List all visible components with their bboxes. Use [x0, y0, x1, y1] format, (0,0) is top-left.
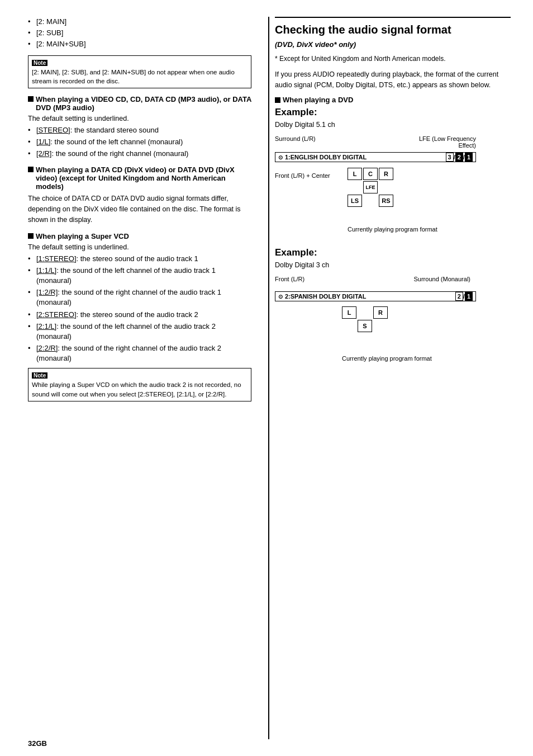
section1-bullet-0-underline: [STEREO] — [36, 126, 70, 134]
diag2-channel-empty — [358, 306, 372, 319]
section1-body: The default setting is underlined. — [28, 115, 251, 122]
section3-bullet-0: [1:STEREO]: the stereo sound of the audi… — [28, 254, 251, 264]
asterisk-note: * Except for United Kingdom and North Am… — [275, 54, 511, 64]
example1-title: Example: — [275, 107, 511, 118]
diagram1: Surround (L/R) LFE (Low Frequency Effect… — [275, 135, 476, 233]
channel-LFE: LFE — [363, 181, 378, 193]
note-box-1: Note [2: MAIN], [2: SUB], and [2: MAIN+S… — [28, 55, 251, 88]
channel-C: C — [363, 168, 378, 180]
right-title: Checking the audio signal format — [275, 22, 511, 37]
right-column: Checking the audio signal format (DVD, D… — [268, 17, 511, 739]
section1-bullet-2-underline: [2/R] — [36, 149, 51, 158]
section2-title: When playing a DATA CD (DivX video) or D… — [36, 166, 251, 191]
diag2-channel-grid: L R S — [342, 306, 388, 332]
top-divider — [275, 17, 511, 18]
front-label: Front (L/R) + Center — [275, 172, 330, 179]
section1-title-row: When playing a VIDEO CD, CD, DATA CD (MP… — [28, 95, 251, 112]
section1-bullet-2: [2/R]: the sound of the right channel (m… — [28, 149, 251, 159]
section3-bullet-4: [2:1/L]: the sound of the left channel o… — [28, 322, 251, 342]
page-number: 32GB — [28, 739, 47, 748]
diag2-display-text: 2:SPANISH DOLBY DIGITAL — [285, 293, 366, 300]
channel-empty3 — [363, 195, 378, 207]
diag2-channel-S: S — [358, 320, 372, 332]
example1-subtitle: Dolby Digital 5.1 ch — [275, 121, 511, 129]
diagram2: Front (L/R) Surround (Monaural) ⊙ 2:SPAN… — [275, 276, 476, 362]
section1-bullet-1: [1/L]: the sound of the left channel (mo… — [28, 137, 251, 147]
section3-body: The default setting is underlined. — [28, 243, 251, 251]
s3b2-ul: [1:2/R] — [36, 288, 58, 296]
diag1-channel-grid: L C R LFE LS RS — [348, 168, 393, 207]
diag2-channel-L: L — [342, 306, 356, 319]
when-playing-dvd-icon — [275, 97, 280, 103]
note-label-1: Note — [32, 60, 47, 66]
section3-bullet-3: [2:STEREO]: the stereo sound of the audi… — [28, 310, 251, 320]
s3b4-ul: [2:1/L] — [36, 322, 56, 330]
channel-LS: LS — [348, 195, 362, 207]
channel-RS: RS — [379, 195, 393, 207]
section3-bullet-1: [1:1/L]: the sound of the left channel o… — [28, 266, 251, 286]
diag2-numbers: 2/1 — [455, 293, 473, 300]
s3b0-ul: [1:STEREO] — [36, 254, 77, 263]
channel-R: R — [379, 168, 393, 180]
s3b5-ul: [2:2/R] — [36, 344, 58, 352]
diag1-display-box: ⊙ 1:ENGLISH DOLBY DIGITAL 3/2/1 — [275, 152, 476, 162]
s3b3-ul: [2:STEREO] — [36, 310, 77, 319]
when-playing-dvd-header: When playing a DVD — [275, 96, 511, 104]
body-text: If you press AUDIO repeatedly during pla… — [275, 69, 511, 91]
bullet-main: [2: MAIN] — [28, 17, 251, 27]
example2-subtitle: Dolby Digital 3 ch — [275, 261, 511, 269]
note-box-2: Note While playing a Super VCD on which … — [28, 368, 251, 401]
disc-icon-2: ⊙ — [278, 294, 283, 300]
section3-bullets: [1:STEREO]: the stereo sound of the audi… — [28, 254, 251, 364]
channel-L: L — [348, 168, 362, 180]
diag2-display-box: ⊙ 2:SPANISH DOLBY DIGITAL 2/1 — [275, 291, 476, 301]
right-subtitle: (DVD, DivX video* only) — [275, 40, 511, 49]
section2-title-row: When playing a DATA CD (DivX video) or D… — [28, 166, 251, 191]
section3-bullet-2: [1:2/R]: the sound of the right channel … — [28, 287, 251, 308]
when-playing-dvd-label: When playing a DVD — [283, 96, 353, 104]
diag2-currently-label: Currently playing program format — [342, 355, 432, 362]
diag1-numbers: 3/2/1 — [445, 154, 473, 160]
top-bullets: [2: MAIN] [2: SUB] [2: MAIN+SUB] — [28, 17, 251, 50]
bullet-sub: [2: SUB] — [28, 28, 251, 38]
diag1-display-text: 1:ENGLISH DOLBY DIGITAL — [285, 154, 367, 160]
section1-bullet-1-underline: [1/L] — [36, 138, 50, 146]
diag2-channel-empty2 — [342, 320, 356, 332]
note-text-1: [2: MAIN], [2: SUB], and [2: MAIN+SUB] d… — [32, 68, 248, 86]
channel-empty2 — [379, 181, 393, 193]
section3-square-icon — [28, 233, 34, 239]
example2-title: Example: — [275, 247, 511, 258]
section2-square-icon — [28, 167, 34, 172]
section2-body: The choice of DATA CD or DATA DVD audio … — [28, 193, 251, 225]
note-text-2: While playing a Super VCD on which the a… — [32, 380, 248, 398]
section3-title: When playing a Super VCD — [36, 232, 129, 240]
diag2-channel-R: R — [373, 306, 388, 319]
note-label-2: Note — [32, 372, 47, 379]
s3b1-ul: [1:1/L] — [36, 266, 56, 275]
diag2-front-label: Front (L/R) — [275, 276, 304, 282]
diag2-surround-label: Surround (Monaural) — [414, 276, 471, 282]
surround-label: Surround (L/R) — [275, 135, 316, 142]
diag2-channel-empty3 — [373, 320, 388, 332]
section1-square-icon — [28, 96, 34, 102]
section3-title-row: When playing a Super VCD — [28, 232, 251, 240]
left-column: [2: MAIN] [2: SUB] [2: MAIN+SUB] Note [2… — [28, 17, 268, 739]
bullet-main-sub: [2: MAIN+SUB] — [28, 39, 251, 49]
channel-empty — [348, 181, 362, 193]
section1-bullets: [STEREO]: the standard stereo sound [1/L… — [28, 125, 251, 159]
section3-bullet-5: [2:2/R]: the sound of the right channel … — [28, 343, 251, 363]
diag1-currently-label: Currently playing program format — [348, 225, 437, 233]
section1-title: When playing a VIDEO CD, CD, DATA CD (MP… — [36, 95, 251, 112]
lfe-label: LFE (Low Frequency Effect) — [409, 135, 476, 149]
section1-bullet-0: [STEREO]: the standard stereo sound — [28, 125, 251, 135]
disc-icon-1: ⊙ — [278, 154, 283, 160]
